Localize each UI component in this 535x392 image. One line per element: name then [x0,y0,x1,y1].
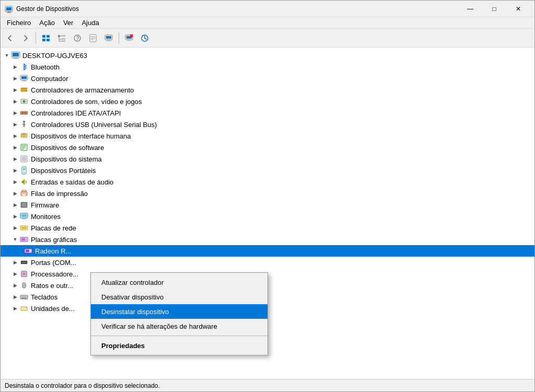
tree-item-monitor[interactable]: ▶ Monitores [1,211,534,222]
tree-item-system[interactable]: ▶ Dispositivos do sistema [1,153,534,165]
context-menu-item-update[interactable]: Atualizar controlador [91,275,268,290]
svg-rect-35 [14,57,17,59]
processor-label: Processadore... [31,270,78,278]
audio-icon [19,177,29,187]
svg-rect-87 [21,238,25,241]
toolbar-sep-2 [119,32,119,44]
svg-rect-56 [24,122,25,127]
forward-button[interactable] [18,31,33,45]
ide-label: Controladores IDE ATA/ATAPI [31,109,121,117]
props-button[interactable] [86,31,100,45]
maximize-button[interactable]: □ [482,1,506,17]
tree-button[interactable] [54,31,69,45]
svg-rect-93 [30,251,31,252]
svg-point-95 [22,262,23,263]
svg-rect-115 [21,296,22,297]
help-button[interactable]: ? [70,31,85,45]
usb-label: Controladores USB (Universal Serial Bus) [31,121,157,129]
device-tree[interactable]: ▼ DESKTOP-UGJVE63 ▶ [1,48,534,379]
tree-item-storage[interactable]: ▶ Controladores de armazenamento [1,84,534,96]
window-title: Gestor de Dispositivos [16,5,458,13]
audio-expand-icon: ▶ [11,178,19,186]
svg-rect-1 [6,7,11,10]
menu-ajuda[interactable]: Ajuda [77,18,103,28]
keyboard-icon [19,292,29,302]
scan-button[interactable] [137,31,152,45]
tree-item-sound[interactable]: ▶ Controladores de som, vídeo e jogos [1,96,534,107]
svg-rect-39 [22,80,26,81]
svg-point-44 [26,90,27,91]
tree-item-firmware[interactable]: ▶ Firmware [1,199,534,211]
processor-expand-icon: ▶ [11,270,19,278]
context-menu-item-uninstall[interactable]: Desinstalar dispositivo [91,304,268,319]
usb-icon [19,120,29,129]
svg-rect-119 [21,298,27,299]
network-icon [19,223,29,233]
svg-rect-78 [21,214,27,217]
ide-expand-icon: ▶ [11,109,19,117]
tree-item-usb[interactable]: ▶ Controladores USB (Universal Serial Bu… [1,119,534,130]
close-button[interactable]: ✕ [506,1,530,17]
gpu-expand-icon: ▼ [11,235,19,244]
svg-point-47 [24,101,25,102]
menu-bar: Ficheiro Ação Ver Ajuda [1,17,534,29]
back-button[interactable] [3,31,17,45]
tree-item-ports[interactable]: ▶ Portas (COM... [1,257,534,268]
usb-expand-icon: ▶ [11,120,19,129]
toolbar: ? [1,29,534,48]
svg-rect-4 [42,35,45,38]
radeon-expand-icon [19,247,24,255]
status-text: Desinstala o controlador para o disposit… [5,382,160,389]
uninstall-button[interactable] [122,31,136,45]
tree-item-portable[interactable]: ▶ Dispositivos Portáteis [1,165,534,176]
root-computer-icon [11,51,20,60]
storage-icon [19,85,29,95]
svg-rect-40 [21,81,27,82]
tree-item-printer[interactable]: ▶ Filas de impressão [1,188,534,199]
tree-item-hid[interactable]: ▶ Dispositivos de interface humana [1,130,534,142]
menu-acao[interactable]: Ação [35,18,59,28]
svg-point-60 [25,134,26,135]
view-button[interactable] [39,31,53,45]
tree-item-bluetooth[interactable]: ▶ Bluetooth [1,61,534,73]
menu-ver[interactable]: Ver [59,18,78,28]
ports-expand-icon: ▶ [11,258,19,267]
context-menu-separator [91,336,268,336]
tree-item-audio[interactable]: ▶ Entradas e saídas de áudio [1,176,534,188]
window-controls: — □ ✕ [458,1,530,17]
drives-expand-icon: ▶ [11,304,19,313]
svg-rect-13 [62,38,65,40]
context-menu-item-disable[interactable]: Desativar dispositivo [91,290,268,304]
ports-icon [19,258,29,267]
tree-item-gpu[interactable]: ▼ Placas gráficas [1,234,534,245]
svg-point-96 [24,262,25,263]
monitor-expand-icon: ▶ [11,212,19,221]
svg-point-123 [26,307,26,308]
svg-rect-88 [26,238,27,239]
system-icon [19,154,29,164]
menu-ficheiro[interactable]: Ficheiro [3,18,35,28]
svg-text:?: ? [76,36,79,41]
context-menu-item-properties[interactable]: Propriedades [91,338,268,353]
tree-item-radeon[interactable]: Radeon R... [1,245,534,257]
svg-rect-16 [62,40,65,42]
ports-label: Portas (COM... [31,259,76,267]
portable-expand-icon: ▶ [11,166,19,175]
software-icon [19,143,29,152]
svg-rect-72 [22,194,26,196]
tree-item-network[interactable]: ▶ Placas de rede [1,222,534,234]
minimize-button[interactable]: — [458,1,482,17]
context-menu-item-scan[interactable]: Verificar se há alterações de hardware [91,319,268,333]
svg-rect-2 [7,11,10,13]
computer-button[interactable] [101,31,116,45]
software-expand-icon: ▶ [11,143,19,152]
tree-item-ide[interactable]: ▶ Controladores IDE ATA/ATAPI [1,107,534,119]
svg-point-59 [22,134,24,135]
monitor-icon [19,212,29,221]
network-label: Placas de rede [31,224,76,232]
storage-expand-icon: ▶ [11,86,19,94]
network-expand-icon: ▶ [11,224,19,232]
tree-item-software[interactable]: ▶ Dispositivos de software [1,142,534,153]
tree-item-computer[interactable]: ▶ Computador [1,73,534,84]
tree-root[interactable]: ▼ DESKTOP-UGJVE63 [1,50,534,61]
